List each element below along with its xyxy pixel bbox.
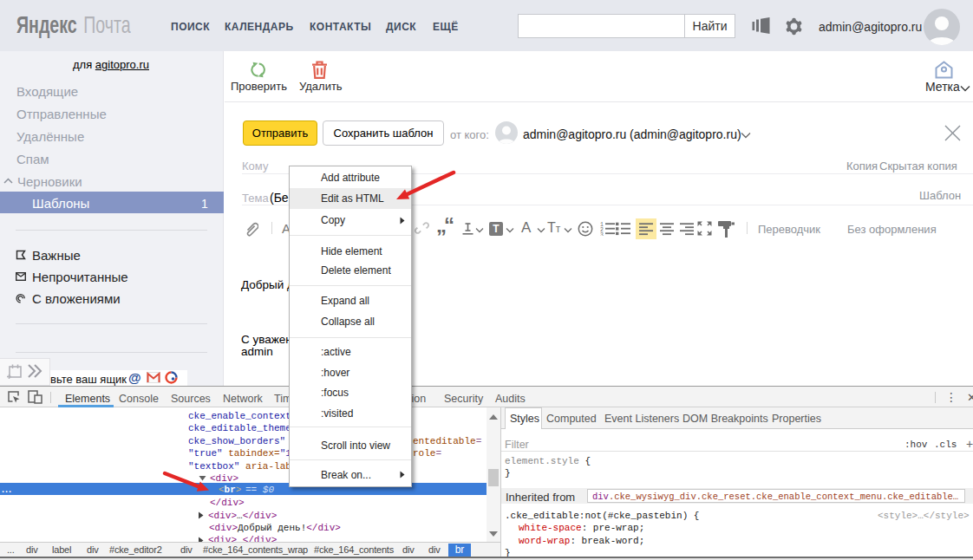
svg-text:3: 3 xyxy=(600,232,604,237)
